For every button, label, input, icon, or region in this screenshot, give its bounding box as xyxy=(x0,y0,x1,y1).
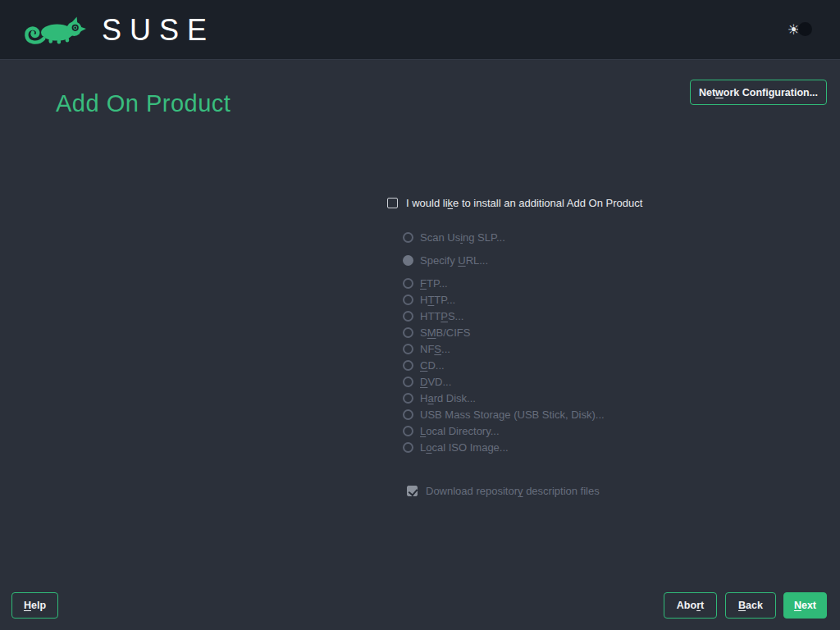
source-radio-label: SMB/CIFS xyxy=(420,326,470,339)
source-radio-label: HTTP... xyxy=(420,294,455,306)
radio-icon xyxy=(403,409,413,420)
radio-icon xyxy=(403,278,413,289)
source-radio-row: CD... xyxy=(403,358,445,372)
back-button[interactable]: Back xyxy=(725,592,776,619)
addon-checkbox[interactable] xyxy=(387,198,398,208)
moon-icon xyxy=(798,22,812,36)
source-radio-row: HTTPS... xyxy=(403,308,463,323)
source-radio-label: Scan Using SLP... xyxy=(420,231,505,244)
addon-checkbox-row[interactable]: I would like to install an additional Ad… xyxy=(387,197,642,209)
installer-window: SUSE ☀ Add On Product Network Configurat… xyxy=(0,0,840,630)
radio-icon xyxy=(403,327,413,338)
radio-icon xyxy=(403,426,413,436)
abort-button[interactable]: Abort xyxy=(664,592,717,619)
source-radio-row: Local ISO Image... xyxy=(403,440,509,454)
source-radio-label: USB Mass Storage (USB Stick, Disk)... xyxy=(420,409,605,421)
source-radio-row: Scan Using SLP... xyxy=(403,230,505,244)
source-radio-row: DVD... xyxy=(403,374,451,389)
source-radio-label: Hard Disk... xyxy=(420,392,476,404)
radio-icon xyxy=(403,294,413,305)
source-radio-label: FTP... xyxy=(420,277,448,290)
source-radio-label: Local Directory... xyxy=(420,425,500,437)
radio-icon xyxy=(403,442,413,453)
source-radio-row: Hard Disk... xyxy=(403,390,476,405)
radio-icon xyxy=(403,344,413,354)
source-radio-label: Local ISO Image... xyxy=(420,441,509,454)
help-button[interactable]: Help xyxy=(11,592,58,619)
page-title: Add On Product xyxy=(56,90,231,117)
source-radio-row: Local Directory... xyxy=(403,423,500,438)
suse-logo: SUSE xyxy=(23,10,215,51)
radio-icon xyxy=(403,393,413,404)
download-checkbox xyxy=(407,486,418,496)
radio-icon xyxy=(403,377,413,387)
source-radio-row: SMB/CIFS xyxy=(403,325,470,340)
source-radio-label: CD... xyxy=(420,359,445,372)
theme-toggle-button[interactable]: ☀ xyxy=(788,21,814,39)
source-radio-label: HTTPS... xyxy=(420,310,463,322)
source-radio-row: HTTP... xyxy=(403,292,455,307)
network-configuration-button[interactable]: Network Configuration... xyxy=(690,80,827,105)
source-radio-label: DVD... xyxy=(420,376,451,388)
source-radio-label: Specify URL... xyxy=(420,254,488,267)
next-button[interactable]: Next xyxy=(783,592,827,619)
source-radio-row: USB Mass Storage (USB Stick, Disk)... xyxy=(403,407,605,422)
download-checkbox-row: Download repository description files xyxy=(407,485,600,497)
suse-chameleon-icon xyxy=(23,11,90,50)
source-radio-row: Specify URL... xyxy=(403,253,488,267)
source-radio-row: FTP... xyxy=(403,276,448,290)
source-radio-row: NFS... xyxy=(403,341,450,356)
brand-wordmark: SUSE xyxy=(102,11,215,50)
top-bar: SUSE ☀ xyxy=(0,0,840,60)
radio-icon xyxy=(403,255,413,266)
radio-icon xyxy=(403,360,413,371)
radio-icon xyxy=(403,232,413,243)
source-radio-label: NFS... xyxy=(420,343,450,355)
addon-checkbox-label: I would like to install an additional Ad… xyxy=(406,197,642,209)
download-checkbox-label: Download repository description files xyxy=(426,485,600,497)
radio-icon xyxy=(403,311,413,322)
